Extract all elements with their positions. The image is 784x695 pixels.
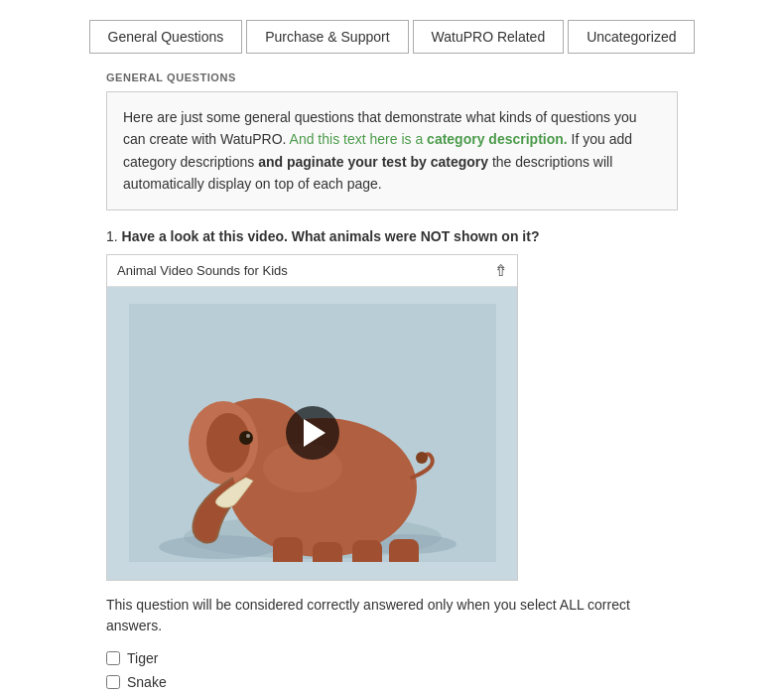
svg-point-9 bbox=[246, 434, 250, 438]
svg-point-8 bbox=[239, 431, 253, 445]
video-thumbnail[interactable] bbox=[107, 287, 517, 580]
svg-rect-10 bbox=[273, 537, 303, 562]
description-green-text1: And this text here is a bbox=[290, 131, 428, 147]
play-triangle-icon bbox=[304, 419, 326, 447]
tab-purchase-support[interactable]: Purchase & Support bbox=[246, 20, 408, 54]
tab-watupro-related[interactable]: WatuPRO Related bbox=[413, 20, 565, 54]
description-bold-text: category description. bbox=[427, 131, 568, 147]
video-header: Animal Video Sounds for Kids ⇮ bbox=[107, 255, 517, 287]
share-icon[interactable]: ⇮ bbox=[494, 261, 507, 280]
svg-point-14 bbox=[416, 452, 428, 464]
choice-tiger-label: Tiger bbox=[127, 650, 158, 666]
question-block: 1. Have a look at this video. What anima… bbox=[106, 228, 678, 695]
tab-general-questions[interactable]: General Questions bbox=[89, 20, 243, 54]
question-number: 1. bbox=[106, 228, 118, 244]
tab-uncategorized[interactable]: Uncategorized bbox=[568, 20, 695, 54]
video-player[interactable]: Animal Video Sounds for Kids ⇮ bbox=[106, 254, 518, 581]
question-text: Have a look at this video. What animals … bbox=[122, 228, 540, 244]
tabs-bar: General Questions Purchase & Support Wat… bbox=[0, 20, 784, 54]
choices-list: Tiger Snake Cat bbox=[106, 650, 678, 695]
checkbox-tiger[interactable] bbox=[106, 651, 120, 665]
description-bold-text2: and paginate your test by category bbox=[258, 154, 488, 170]
section-label: GENERAL QUESTIONS bbox=[106, 71, 784, 83]
play-button[interactable] bbox=[286, 406, 339, 460]
category-description-box: Here are just some general questions tha… bbox=[106, 91, 678, 210]
choice-snake-label: Snake bbox=[127, 674, 167, 690]
question-title: 1. Have a look at this video. What anima… bbox=[106, 228, 678, 244]
answer-instruction: This question will be considered correct… bbox=[106, 595, 678, 636]
checkbox-snake[interactable] bbox=[106, 675, 120, 689]
svg-rect-12 bbox=[352, 540, 382, 562]
choice-tiger[interactable]: Tiger bbox=[106, 650, 678, 666]
svg-rect-13 bbox=[389, 539, 419, 562]
choice-snake[interactable]: Snake bbox=[106, 674, 678, 690]
video-title: Animal Video Sounds for Kids bbox=[117, 263, 288, 278]
svg-rect-11 bbox=[313, 542, 342, 562]
